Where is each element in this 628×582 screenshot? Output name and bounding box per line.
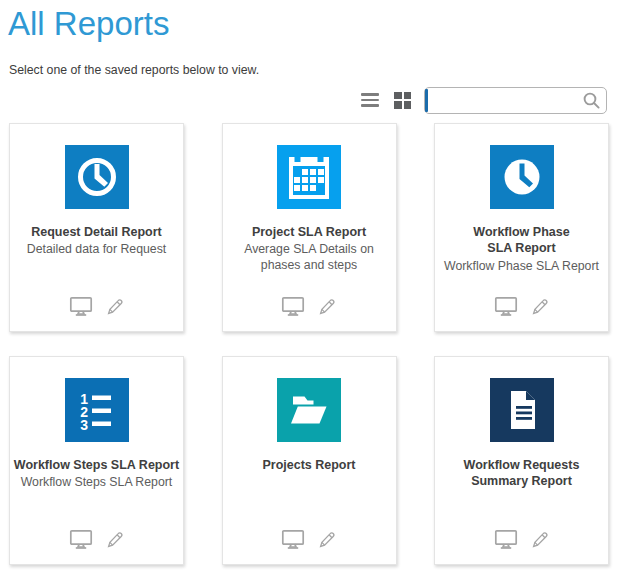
report-card-projects[interactable]: Projects Report — [222, 356, 397, 565]
report-card-project-sla[interactable]: Project SLA Report Average SLA Details o… — [222, 123, 397, 332]
edit-report-button[interactable] — [105, 530, 125, 550]
report-subtitle: Workflow Steps SLA Report — [10, 475, 183, 491]
search-box — [424, 87, 607, 114]
card-actions — [10, 529, 183, 550]
grid-view-icon[interactable] — [392, 90, 413, 111]
report-subtitle: Detailed data for Request — [10, 242, 183, 258]
report-card-request-detail[interactable]: Request Detail Report Detailed data for … — [9, 123, 184, 332]
report-card-workflow-steps-sla[interactable]: 1 2 3 Workflow Steps SLA Report Workflow… — [9, 356, 184, 565]
report-title: Request Detail Report — [10, 224, 183, 240]
report-title: Workflow Requests Summary Report — [458, 457, 586, 490]
pencil-icon — [533, 532, 546, 545]
clock-icon — [65, 145, 129, 209]
folder-icon — [277, 378, 341, 442]
pencil-icon — [321, 532, 334, 545]
edit-report-button[interactable] — [105, 297, 125, 317]
view-report-button[interactable] — [69, 296, 93, 317]
view-report-button[interactable] — [281, 296, 305, 317]
numbered-list-icon: 1 2 3 — [65, 378, 129, 442]
report-subtitle: Workflow Phase SLA Report — [435, 259, 608, 275]
edit-report-button[interactable] — [530, 530, 550, 550]
report-grid: Request Detail Report Detailed data for … — [9, 123, 609, 565]
page-subtitle: Select one of the saved reports below to… — [9, 63, 259, 77]
document-icon — [490, 378, 554, 442]
card-actions — [10, 296, 183, 317]
monitor-icon — [495, 531, 515, 548]
report-title: Project SLA Report — [223, 224, 396, 240]
monitor-icon — [70, 298, 90, 315]
monitor-icon — [283, 298, 303, 315]
page-title: All Reports — [8, 5, 169, 43]
card-actions — [223, 529, 396, 550]
pencil-icon — [108, 299, 121, 312]
list-view-icon[interactable] — [359, 91, 381, 109]
toolbar — [359, 86, 607, 114]
card-actions — [435, 296, 608, 317]
monitor-icon — [495, 298, 515, 315]
report-card-workflow-phase-sla[interactable]: Workflow Phase SLA Report Workflow Phase… — [434, 123, 609, 332]
report-title: Workflow Phase SLA Report — [458, 224, 586, 257]
svg-text:3: 3 — [80, 417, 88, 433]
monitor-icon — [70, 531, 90, 548]
search-icon[interactable] — [582, 91, 601, 114]
pencil-icon — [321, 299, 334, 312]
all-reports-page: All Reports Select one of the saved repo… — [0, 0, 628, 582]
report-title: Workflow Steps SLA Report — [10, 457, 183, 473]
report-title: Projects Report — [223, 457, 396, 473]
edit-report-button[interactable] — [530, 297, 550, 317]
view-report-button[interactable] — [69, 529, 93, 550]
view-report-button[interactable] — [494, 296, 518, 317]
clock-icon — [490, 145, 554, 209]
report-subtitle: Average SLA Details on phases and steps — [233, 242, 385, 274]
edit-report-button[interactable] — [317, 530, 337, 550]
pencil-icon — [108, 532, 121, 545]
card-actions — [223, 296, 396, 317]
text-caret — [425, 89, 428, 112]
view-report-button[interactable] — [494, 529, 518, 550]
view-report-button[interactable] — [281, 529, 305, 550]
monitor-icon — [283, 531, 303, 548]
pencil-icon — [533, 299, 546, 312]
edit-report-button[interactable] — [317, 297, 337, 317]
calendar-icon — [277, 145, 341, 209]
search-input[interactable] — [424, 87, 607, 114]
card-actions — [435, 529, 608, 550]
report-card-workflow-requests-summary[interactable]: Workflow Requests Summary Report — [434, 356, 609, 565]
